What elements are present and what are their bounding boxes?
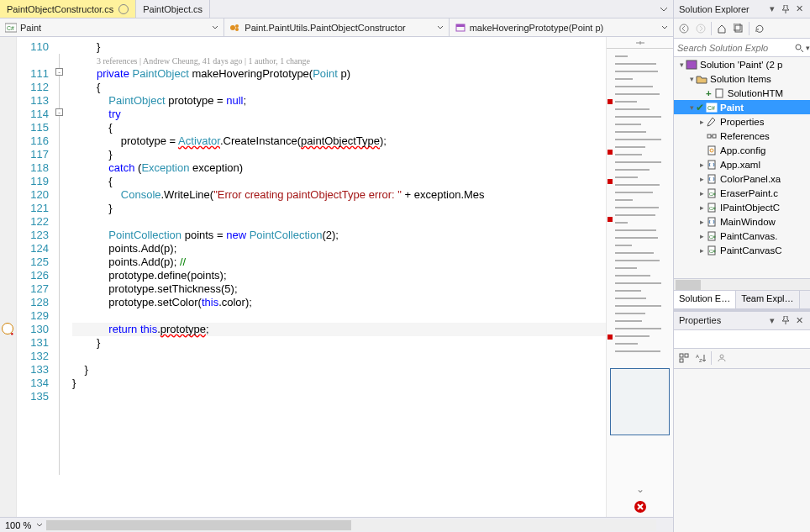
- tree-item[interactable]: +SolutionHTM: [674, 86, 810, 100]
- close-icon[interactable]: ✕: [793, 314, 805, 326]
- nav-member-dropdown[interactable]: makeHoveringPrototype(Point p): [450, 18, 673, 36]
- solution-explorer-title-bar[interactable]: Solution Explorer ▾ ✕: [674, 0, 810, 18]
- error-glyph-icon[interactable]: [2, 323, 13, 334]
- horizontal-scrollbar[interactable]: [46, 519, 656, 531]
- code-line[interactable]: prototype.setThickness(5);: [72, 282, 606, 296]
- properties-grid[interactable]: [674, 369, 810, 533]
- code-line[interactable]: }: [72, 202, 606, 215]
- chevron-down-icon[interactable]: [36, 522, 43, 529]
- tree-expander[interactable]: ▸: [697, 246, 706, 255]
- code-line[interactable]: [72, 350, 606, 363]
- code-line[interactable]: }: [72, 363, 606, 377]
- minimap-body[interactable]: ⌄: [607, 49, 673, 517]
- tree-expander[interactable]: ▸: [697, 118, 706, 126]
- code-line[interactable]: catch (Exception exception): [72, 161, 606, 175]
- nav-type-dropdown[interactable]: Paint.PaintUtils.PaintObjectConstructor: [224, 18, 449, 36]
- tree-item[interactable]: References: [674, 129, 810, 143]
- search-input[interactable]: [677, 43, 794, 53]
- code-line[interactable]: {: [72, 175, 606, 188]
- vertical-scrollbar-map[interactable]: ⌄: [606, 37, 673, 517]
- tree-item[interactable]: ▾✔C#Paint: [674, 100, 810, 114]
- outline-toggle[interactable]: -: [55, 108, 63, 116]
- tree-item[interactable]: ▸C#PaintCanvasC: [674, 243, 810, 257]
- home-icon[interactable]: [715, 22, 728, 35]
- tree-expander[interactable]: ▸: [697, 189, 706, 198]
- solution-tree[interactable]: ▾Solution 'Paint' (2 p▾Solution Items +S…: [674, 57, 810, 278]
- code-line[interactable]: [72, 390, 606, 403]
- code-line[interactable]: prototype = Activator.CreateInstance(pai…: [72, 134, 606, 148]
- code-line[interactable]: return this.prototype;: [72, 323, 606, 336]
- tree-item[interactable]: ▸C#IPaintObjectC: [674, 200, 810, 214]
- tree-expander[interactable]: ▾: [687, 75, 696, 83]
- code-line[interactable]: Console.WriteLine("Error creating paintO…: [72, 188, 606, 202]
- code-line[interactable]: prototype.setColor(this.color);: [72, 296, 606, 309]
- tree-item[interactable]: ▾Solution 'Paint' (2 p: [674, 57, 810, 71]
- file-tab[interactable]: PaintObjectConstructor.cs: [0, 0, 136, 18]
- code-line[interactable]: private PaintObject makeHoveringPrototyp…: [72, 67, 606, 81]
- solution-explorer-search[interactable]: ▾: [674, 39, 810, 57]
- tree-item[interactable]: ▸Properties: [674, 114, 810, 129]
- error-nav-icon[interactable]: [634, 500, 647, 514]
- properties-object-dropdown[interactable]: [674, 330, 810, 349]
- window-menu-chevron-icon[interactable]: ▾: [766, 314, 778, 326]
- code-line[interactable]: PointCollection points = new PointCollec…: [72, 229, 606, 242]
- split-handle[interactable]: [607, 37, 673, 49]
- tree-item[interactable]: App.config: [674, 143, 810, 157]
- code-line[interactable]: points.Add(p); //: [72, 255, 606, 269]
- code-line[interactable]: [72, 215, 606, 229]
- tree-horizontal-scrollbar[interactable]: [674, 278, 810, 290]
- code-line[interactable]: prototype.define(points);: [72, 269, 606, 282]
- code-line[interactable]: }: [72, 40, 606, 54]
- minimap-viewport[interactable]: [610, 368, 670, 435]
- categorized-icon[interactable]: [677, 351, 691, 365]
- tree-expander[interactable]: ▸: [697, 203, 706, 212]
- back-icon[interactable]: [677, 22, 691, 35]
- tool-window-tab[interactable]: Solution E…: [674, 291, 736, 308]
- tree-item[interactable]: ▸C#EraserPaint.c: [674, 186, 810, 200]
- refresh-icon[interactable]: [753, 22, 766, 35]
- property-pages-icon[interactable]: [715, 351, 728, 365]
- code-line[interactable]: }: [72, 148, 606, 161]
- breakpoint-margin[interactable]: [0, 37, 17, 517]
- tree-item[interactable]: ▸C#PaintCanvas.: [674, 229, 810, 243]
- tool-window-tab[interactable]: Team Expl…: [736, 291, 799, 308]
- outline-toggle[interactable]: -: [55, 68, 63, 76]
- code-line[interactable]: {: [72, 81, 606, 94]
- scroll-down-chevron-icon[interactable]: ⌄: [636, 483, 644, 495]
- codelens[interactable]: 3 references | Andrew Cheung, 41 days ag…: [72, 54, 606, 67]
- properties-title-bar[interactable]: Properties ▾ ✕: [674, 312, 810, 330]
- forward-icon[interactable]: [694, 22, 707, 35]
- code-editor[interactable]: 1101111121131141151161171181191201211221…: [0, 37, 673, 517]
- pin-icon[interactable]: [780, 3, 792, 15]
- pin-icon[interactable]: [780, 314, 792, 326]
- search-dropdown-chevron-icon[interactable]: ▾: [804, 44, 810, 52]
- code-line[interactable]: points.Add(p);: [72, 242, 606, 255]
- tree-expander[interactable]: ▸: [697, 161, 706, 169]
- code-line[interactable]: PaintObject prototype = null;: [72, 94, 606, 108]
- sync-icon[interactable]: [732, 22, 745, 35]
- search-icon[interactable]: [794, 41, 804, 55]
- tree-expander[interactable]: ▸: [697, 175, 706, 183]
- tree-expander[interactable]: ▾: [677, 61, 686, 69]
- alphabetical-icon[interactable]: AZ: [694, 351, 707, 365]
- file-tab[interactable]: PaintObject.cs: [136, 0, 210, 18]
- code-text[interactable]: } 3 references | Andrew Cheung, 41 days …: [72, 37, 606, 517]
- code-line[interactable]: try: [72, 108, 606, 121]
- tree-expander[interactable]: ▸: [697, 218, 706, 226]
- nav-scope-dropdown[interactable]: C# Paint: [0, 18, 224, 36]
- tree-expander[interactable]: ▸: [697, 232, 706, 240]
- code-line[interactable]: [72, 309, 606, 323]
- close-icon[interactable]: ✕: [793, 3, 805, 15]
- tree-item[interactable]: ▸MainWindow: [674, 214, 810, 229]
- tree-item[interactable]: ▸App.xaml: [674, 157, 810, 171]
- window-menu-chevron-icon[interactable]: ▾: [766, 3, 778, 15]
- code-line[interactable]: {: [72, 121, 606, 134]
- zoom-dropdown[interactable]: 100 %: [0, 520, 36, 530]
- tab-overflow-chevron-icon[interactable]: [658, 3, 670, 15]
- outlining-margin[interactable]: - -: [54, 37, 72, 517]
- code-line[interactable]: }: [72, 377, 606, 390]
- tree-expander[interactable]: ▾: [687, 103, 696, 112]
- tree-item[interactable]: ▸ColorPanel.xa: [674, 171, 810, 186]
- tree-item[interactable]: ▾Solution Items: [674, 71, 810, 86]
- code-line[interactable]: }: [72, 336, 606, 350]
